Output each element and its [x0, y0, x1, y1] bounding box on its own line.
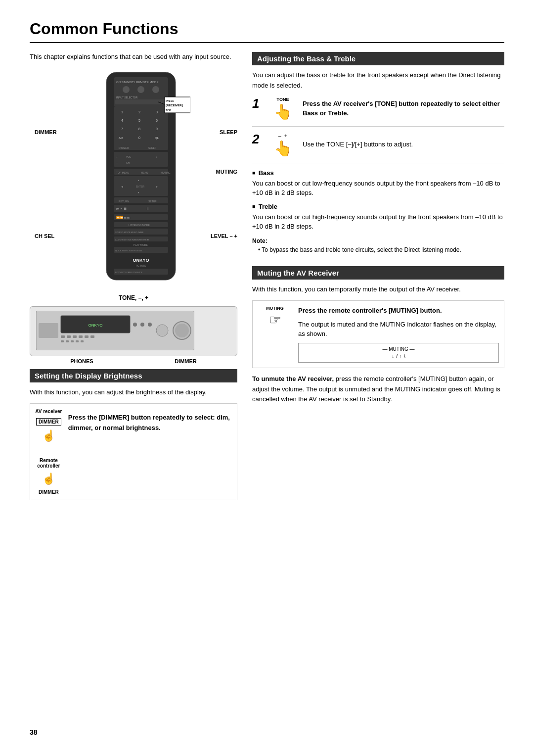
svg-text:3: 3	[156, 110, 158, 114]
dimmer-label: DIMMER	[35, 129, 57, 135]
step-2-text: Use the TONE [–]/[+] buttons to adjust.	[303, 140, 413, 149]
svg-rect-80	[61, 340, 64, 342]
svg-text:ON    STANDBY    REMOTE MODE: ON STANDBY REMOTE MODE	[116, 81, 158, 84]
svg-text:PLAY MODE: PLAY MODE	[134, 243, 148, 246]
level-label: LEVEL – +	[211, 233, 237, 239]
svg-rect-74	[61, 335, 65, 338]
svg-text:▲: ▲	[137, 179, 140, 182]
hand-icon-remote: ☝	[42, 472, 55, 485]
svg-text:1: 1	[121, 110, 123, 114]
svg-text:–: –	[116, 161, 118, 164]
intro-text: This chapter explains functions that can…	[30, 52, 237, 62]
bass-treble-intro: You can adjust the bass or treble for th…	[252, 70, 504, 91]
svg-text:STEREO MOVIE MUSIC GAME: STEREO MOVIE MUSIC GAME	[115, 231, 144, 234]
hand-adjust-icon: 👆	[274, 140, 292, 157]
note-title: Note:	[252, 236, 504, 245]
svg-text:[RECEIVER]: [RECEIVER]	[166, 104, 183, 107]
svg-text:QL: QL	[155, 137, 159, 140]
svg-text:Press: Press	[166, 99, 174, 102]
tone-label: TONE, –, +	[30, 294, 237, 301]
svg-rect-78	[85, 335, 89, 338]
svg-point-71	[133, 323, 137, 327]
svg-text:ONKYO: ONKYO	[89, 323, 103, 328]
step-2-content: – + 👆 Use the TONE [–]/[+] buttons to ad…	[268, 133, 413, 157]
svg-point-4	[137, 86, 144, 93]
svg-rect-75	[67, 335, 71, 338]
svg-rect-84	[81, 340, 84, 342]
unmute-bold: To unmute the AV receiver,	[252, 375, 334, 382]
svg-rect-83	[76, 340, 79, 342]
treble-subtitle: Treble	[252, 203, 504, 210]
muting-box: MUTING ☞ Press the remote controller's […	[252, 300, 504, 368]
tone-plusminus-area: – + 👆	[268, 133, 298, 157]
svg-text:6: 6	[156, 119, 158, 122]
svg-text:ENTER: ENTER	[136, 185, 144, 188]
svg-text:INPUT SELECTOR: INPUT SELECTOR	[116, 96, 138, 99]
svg-text:⏸: ⏸	[146, 207, 149, 210]
svg-text:AR: AR	[119, 137, 123, 140]
hand-muting-icon: ☞	[269, 312, 281, 328]
svg-text:MUTING: MUTING	[161, 171, 171, 174]
svg-point-3	[123, 86, 130, 93]
svg-point-87	[156, 325, 168, 336]
bass-subtitle: Bass	[252, 169, 504, 177]
muting-display: — MUTING — ↓ / ↑ \	[298, 343, 499, 363]
note-list: To bypass the bass and treble tone circu…	[252, 245, 504, 254]
svg-text:RETURN: RETURN	[119, 200, 129, 203]
treble-text: You can boost or cut high-frequency soun…	[252, 212, 504, 232]
svg-text:ONKYO: ONKYO	[133, 258, 149, 263]
svg-text:+: +	[116, 155, 118, 158]
step-1-number: 1	[252, 97, 262, 110]
svg-point-86	[175, 324, 189, 337]
svg-text:QUICK   NIGHT   SLEEP   DETAIL: QUICK NIGHT SLEEP DETAIL	[115, 249, 143, 252]
svg-text:–: –	[156, 161, 157, 164]
step-1-text: Press the AV receiver's [TONE] button re…	[303, 99, 504, 118]
remote-controller-label: Remote controller	[35, 458, 62, 469]
svg-text:CH: CH	[126, 161, 130, 164]
svg-point-73	[148, 323, 152, 327]
svg-text:8: 8	[138, 127, 140, 131]
svg-text:▶: ▶	[156, 185, 158, 188]
phones-label: PHONES	[70, 358, 93, 364]
tone-icon-area: TONE 👆	[268, 97, 298, 120]
svg-text:+: +	[156, 155, 157, 158]
setting-display-intro: With this function, you can adjust the b…	[30, 387, 237, 398]
hand-icon-av: ☝	[42, 429, 55, 442]
unmute-text: To unmute the AV receiver, press the rem…	[252, 374, 504, 405]
phones-dimmer-row: PHONES DIMMER	[30, 358, 237, 364]
svg-text:DIMMER: DIMMER	[119, 146, 129, 149]
svg-text:VOL: VOL	[126, 155, 131, 158]
av-receiver-label: AV receiver	[35, 409, 62, 414]
page-number: 38	[30, 728, 38, 736]
svg-text:0: 0	[138, 136, 140, 140]
svg-text:5: 5	[138, 119, 140, 122]
svg-text:2: 2	[138, 110, 140, 114]
svg-rect-24	[114, 152, 168, 167]
svg-text:◀: ◀	[121, 185, 123, 188]
svg-text:AUDIO  SUBTITLE  RANDOM  REPEA: AUDIO SUBTITLE RANDOM REPEAT	[115, 238, 149, 241]
svg-text:BD/DVD   TV   CABLE   DVR/VCR: BD/DVD TV CABLE DVR/VCR	[115, 271, 142, 274]
muting-display-text: — MUTING —	[305, 346, 492, 352]
svg-rect-68	[39, 323, 58, 338]
muting-waveform: ↓ / ↑ \	[305, 354, 492, 359]
svg-text:first: first	[166, 108, 171, 111]
sleep-label: SLEEP	[220, 129, 237, 135]
step-2-number: 2	[252, 133, 262, 145]
svg-text:7: 7	[121, 127, 123, 131]
brightness-instruction-bold: Press the [DIMMER] button repeatedly to …	[68, 414, 230, 431]
remote-diagram: ON STANDBY REMOTE MODE INPUT SELECTOR 1 …	[91, 70, 190, 292]
svg-point-72	[140, 323, 144, 327]
brightness-instruction: Press the [DIMMER] button repeatedly to …	[68, 409, 232, 433]
page-title: Common Functions	[30, 20, 504, 43]
bass-text: You can boost or cut low-frequency sound…	[252, 179, 504, 198]
svg-rect-77	[79, 335, 83, 338]
muting-icon-area: MUTING ☞	[258, 306, 292, 328]
tone-icon-label: TONE	[277, 97, 289, 102]
setting-display-header: Setting the Display Brightness	[30, 369, 237, 382]
receiver-svg: ONKYO	[36, 311, 194, 350]
receiver-panel: ONKYO	[30, 306, 237, 356]
svg-rect-7	[115, 99, 167, 104]
brightness-icons: AV receiver DIMMER ☝ Remote controller ☝…	[35, 409, 62, 495]
muting-header: Muting the AV Receiver	[252, 266, 504, 280]
dimmer-btn-label: DIMMER	[36, 418, 61, 425]
